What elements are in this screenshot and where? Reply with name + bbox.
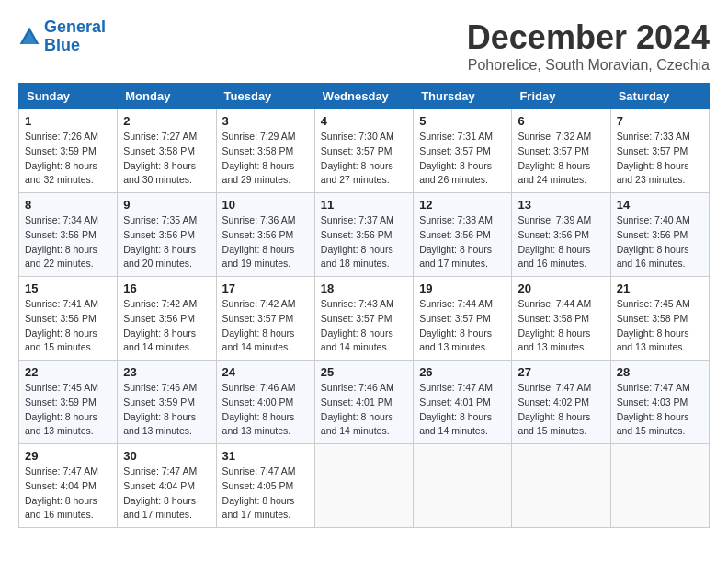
calendar-week-2: 8Sunrise: 7:34 AM Sunset: 3:56 PM Daylig… [19,193,710,277]
day-number: 12 [419,198,506,212]
calendar-cell: 25Sunrise: 7:46 AM Sunset: 4:01 PM Dayli… [314,361,413,444]
day-info: Sunrise: 7:46 AM Sunset: 4:01 PM Dayligh… [321,381,407,439]
calendar-cell: 24Sunrise: 7:46 AM Sunset: 4:00 PM Dayli… [216,361,314,444]
day-info: Sunrise: 7:26 AM Sunset: 3:59 PM Dayligh… [25,130,111,188]
day-info: Sunrise: 7:39 AM Sunset: 3:56 PM Dayligh… [518,213,604,271]
day-info: Sunrise: 7:33 AM Sunset: 3:57 PM Dayligh… [617,130,703,188]
calendar-cell: 28Sunrise: 7:47 AM Sunset: 4:03 PM Dayli… [610,361,709,444]
day-number: 11 [321,198,407,212]
page-header: General Blue December 2024 Pohorelice, S… [18,18,710,74]
day-info: Sunrise: 7:45 AM Sunset: 3:58 PM Dayligh… [617,297,703,355]
day-number: 16 [123,282,210,295]
day-number: 19 [419,282,506,295]
calendar-week-1: 1Sunrise: 7:26 AM Sunset: 3:59 PM Daylig… [19,109,710,193]
day-info: Sunrise: 7:40 AM Sunset: 3:56 PM Dayligh… [617,213,703,271]
calendar-cell: 9Sunrise: 7:35 AM Sunset: 3:56 PM Daylig… [118,193,216,277]
day-info: Sunrise: 7:37 AM Sunset: 3:56 PM Dayligh… [321,213,407,271]
day-info: Sunrise: 7:45 AM Sunset: 3:59 PM Dayligh… [25,381,111,439]
day-number: 10 [222,198,309,212]
header-sunday: Sunday [19,84,118,109]
day-number: 28 [617,365,703,379]
calendar-cell: 10Sunrise: 7:36 AM Sunset: 3:56 PM Dayli… [216,193,314,277]
calendar-table: SundayMondayTuesdayWednesdayThursdayFrid… [18,83,710,528]
header-monday: Monday [118,84,216,109]
day-number: 4 [321,114,407,128]
day-number: 5 [419,114,506,128]
day-info: Sunrise: 7:43 AM Sunset: 3:57 PM Dayligh… [321,297,407,355]
calendar-week-4: 22Sunrise: 7:45 AM Sunset: 3:59 PM Dayli… [19,361,710,444]
calendar-subtitle: Pohorelice, South Moravian, Czechia [467,57,710,74]
calendar-header-row: SundayMondayTuesdayWednesdayThursdayFrid… [19,84,710,109]
day-number: 24 [222,365,309,379]
day-info: Sunrise: 7:29 AM Sunset: 3:58 PM Dayligh… [222,130,309,188]
calendar-cell: 30Sunrise: 7:47 AM Sunset: 4:04 PM Dayli… [118,444,216,528]
day-number: 27 [518,365,604,379]
logo-line2: Blue [44,36,80,54]
day-number: 1 [25,114,111,128]
calendar-cell: 2Sunrise: 7:27 AM Sunset: 3:58 PM Daylig… [118,109,216,193]
day-info: Sunrise: 7:32 AM Sunset: 3:57 PM Dayligh… [518,130,604,188]
calendar-cell: 5Sunrise: 7:31 AM Sunset: 3:57 PM Daylig… [414,109,512,193]
calendar-cell [610,444,709,528]
day-info: Sunrise: 7:47 AM Sunset: 4:04 PM Dayligh… [25,465,111,523]
calendar-cell: 31Sunrise: 7:47 AM Sunset: 4:05 PM Dayli… [216,444,314,528]
day-info: Sunrise: 7:41 AM Sunset: 3:56 PM Dayligh… [25,297,111,355]
day-info: Sunrise: 7:34 AM Sunset: 3:56 PM Dayligh… [25,213,111,271]
calendar-cell: 21Sunrise: 7:45 AM Sunset: 3:58 PM Dayli… [610,277,709,361]
day-number: 9 [123,198,210,212]
calendar-cell: 14Sunrise: 7:40 AM Sunset: 3:56 PM Dayli… [610,193,709,277]
calendar-week-5: 29Sunrise: 7:47 AM Sunset: 4:04 PM Dayli… [19,444,710,528]
day-number: 13 [518,198,604,212]
day-info: Sunrise: 7:47 AM Sunset: 4:05 PM Dayligh… [222,465,309,523]
day-number: 17 [222,282,309,295]
calendar-cell: 16Sunrise: 7:42 AM Sunset: 3:56 PM Dayli… [118,277,216,361]
calendar-cell: 3Sunrise: 7:29 AM Sunset: 3:58 PM Daylig… [216,109,314,193]
calendar-cell: 15Sunrise: 7:41 AM Sunset: 3:56 PM Dayli… [19,277,118,361]
day-info: Sunrise: 7:35 AM Sunset: 3:56 PM Dayligh… [123,213,210,271]
day-info: Sunrise: 7:44 AM Sunset: 3:57 PM Dayligh… [419,297,506,355]
calendar-cell: 1Sunrise: 7:26 AM Sunset: 3:59 PM Daylig… [19,109,118,193]
calendar-cell: 20Sunrise: 7:44 AM Sunset: 3:58 PM Dayli… [512,277,610,361]
day-number: 22 [25,365,111,379]
day-info: Sunrise: 7:47 AM Sunset: 4:02 PM Dayligh… [518,381,604,439]
calendar-cell: 29Sunrise: 7:47 AM Sunset: 4:04 PM Dayli… [19,444,118,528]
header-thursday: Thursday [414,84,512,109]
header-wednesday: Wednesday [314,84,413,109]
logo-text: General Blue [44,18,106,55]
logo-icon [18,26,40,48]
calendar-cell: 17Sunrise: 7:42 AM Sunset: 3:57 PM Dayli… [216,277,314,361]
day-info: Sunrise: 7:46 AM Sunset: 4:00 PM Dayligh… [222,381,309,439]
day-info: Sunrise: 7:27 AM Sunset: 3:58 PM Dayligh… [123,130,210,188]
calendar-cell: 26Sunrise: 7:47 AM Sunset: 4:01 PM Dayli… [414,361,512,444]
day-number: 14 [617,198,703,212]
day-number: 8 [25,198,111,212]
header-tuesday: Tuesday [216,84,314,109]
day-number: 30 [123,449,210,463]
day-info: Sunrise: 7:30 AM Sunset: 3:57 PM Dayligh… [321,130,407,188]
day-info: Sunrise: 7:42 AM Sunset: 3:56 PM Dayligh… [123,297,210,355]
calendar-week-3: 15Sunrise: 7:41 AM Sunset: 3:56 PM Dayli… [19,277,710,361]
day-number: 2 [123,114,210,128]
day-info: Sunrise: 7:44 AM Sunset: 3:58 PM Dayligh… [518,297,604,355]
day-info: Sunrise: 7:38 AM Sunset: 3:56 PM Dayligh… [419,213,506,271]
logo: General Blue [18,18,106,55]
calendar-cell: 4Sunrise: 7:30 AM Sunset: 3:57 PM Daylig… [314,109,413,193]
calendar-cell: 7Sunrise: 7:33 AM Sunset: 3:57 PM Daylig… [610,109,709,193]
day-number: 25 [321,365,407,379]
day-number: 15 [25,282,111,295]
calendar-cell: 12Sunrise: 7:38 AM Sunset: 3:56 PM Dayli… [414,193,512,277]
calendar-cell [414,444,512,528]
calendar-cell: 19Sunrise: 7:44 AM Sunset: 3:57 PM Dayli… [414,277,512,361]
day-number: 7 [617,114,703,128]
calendar-cell: 23Sunrise: 7:46 AM Sunset: 3:59 PM Dayli… [118,361,216,444]
day-number: 6 [518,114,604,128]
day-number: 29 [25,449,111,463]
calendar-cell: 27Sunrise: 7:47 AM Sunset: 4:02 PM Dayli… [512,361,610,444]
day-number: 18 [321,282,407,295]
day-info: Sunrise: 7:36 AM Sunset: 3:56 PM Dayligh… [222,213,309,271]
day-info: Sunrise: 7:46 AM Sunset: 3:59 PM Dayligh… [123,381,210,439]
calendar-cell [512,444,610,528]
day-number: 20 [518,282,604,295]
calendar-cell: 11Sunrise: 7:37 AM Sunset: 3:56 PM Dayli… [314,193,413,277]
header-friday: Friday [512,84,610,109]
